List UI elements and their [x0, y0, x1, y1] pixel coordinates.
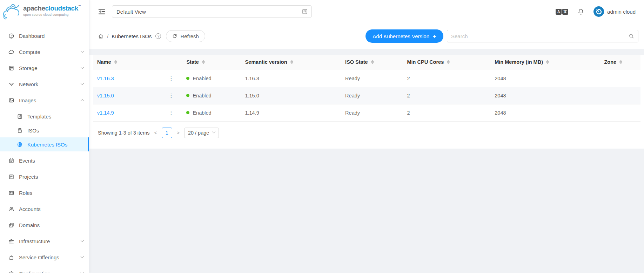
kubernetes-isos-table-card: Name State Semantic version ISO State Mi…: [89, 55, 644, 149]
pagination-next-icon[interactable]: >: [176, 130, 181, 136]
iso-state-value: Ready: [345, 110, 360, 116]
column-header-zone[interactable]: Zone: [600, 55, 640, 70]
sorter-icon: [202, 60, 205, 64]
user-menu[interactable]: admin cloud: [593, 6, 636, 17]
gear-icon: [8, 271, 14, 273]
column-header-min-memory[interactable]: Min Memory (in MB): [490, 55, 600, 70]
view-selector-input[interactable]: [116, 9, 302, 15]
search-input[interactable]: [451, 33, 629, 39]
sidebar-item-projects[interactable]: Projects: [0, 170, 89, 184]
column-header-semantic-version[interactable]: Semantic version: [241, 55, 341, 70]
sidebar-item-label: Templates: [27, 114, 83, 120]
refresh-label: Refresh: [180, 33, 199, 39]
column-header-name[interactable]: Name: [93, 55, 182, 70]
chevron-down-icon: [81, 49, 84, 53]
sidebar-item-network[interactable]: Network: [0, 77, 89, 91]
chevron-up-icon: [81, 99, 84, 102]
sidebar-menu: Dashboard Compute Storage: [0, 23, 89, 273]
cloudstack-logo[interactable]: apachecloudstack™ open source cloud comp…: [0, 0, 89, 23]
page-size-select[interactable]: 20 / page: [184, 128, 219, 138]
project-view-icon[interactable]: [302, 8, 308, 15]
row-name-link[interactable]: v1.16.3: [97, 76, 114, 81]
status-enabled-dot: [186, 111, 189, 114]
translation-icon[interactable]: A 文: [556, 9, 568, 15]
sidebar-item-kubernetes-isos[interactable]: Kubernetes ISOs: [0, 137, 89, 151]
chevron-down-icon: [81, 238, 84, 242]
sidebar-item-events[interactable]: Events: [0, 153, 89, 168]
kubernetes-icon: [17, 142, 23, 148]
logo-tagline: open source cloud computing: [23, 12, 81, 18]
min-memory-value: 2048: [495, 93, 506, 98]
wifi-icon: [8, 81, 14, 87]
row-actions-menu-icon[interactable]: ⋮: [166, 75, 176, 82]
min-cpu-value: 2: [407, 93, 410, 98]
sidebar-item-label: Domains: [19, 222, 83, 228]
sidebar-item-label: Events: [19, 158, 83, 164]
add-kubernetes-version-button[interactable]: Add Kubernetes Version +: [365, 29, 443, 43]
dashboard-icon: [8, 33, 14, 39]
pagination-prev-icon[interactable]: <: [153, 130, 158, 136]
semantic-version-value: 1.14.9: [245, 110, 259, 116]
sidebar-item-label: Configuration: [19, 271, 81, 273]
column-header-min-cpu-cores[interactable]: Min CPU Cores: [403, 55, 491, 70]
status-enabled-dot: [186, 94, 189, 97]
breadcrumb-current: Kubernetes ISOs: [112, 33, 152, 39]
main-area: A 文 admin cloud /: [89, 0, 644, 273]
column-header-state[interactable]: State: [182, 55, 241, 70]
kubernetes-isos-table: Name State Semantic version ISO State Mi…: [93, 55, 640, 122]
sidebar-item-accounts[interactable]: Accounts: [0, 202, 89, 216]
sidebar-item-storage[interactable]: Storage: [0, 61, 89, 75]
sidebar-item-label: Compute: [19, 49, 81, 55]
row-actions-menu-icon[interactable]: ⋮: [166, 93, 176, 99]
sidebar-item-label: Projects: [19, 174, 83, 180]
row-name-link[interactable]: v1.14.9: [97, 110, 114, 116]
help-icon[interactable]: ?: [155, 33, 161, 39]
shopping-icon: [8, 254, 14, 260]
sidebar-item-label: Network: [19, 81, 81, 87]
sidebar-item-infrastructure[interactable]: Infrastructure: [0, 234, 89, 248]
cloudstack-app: apachecloudstack™ open source cloud comp…: [0, 0, 644, 273]
sidebar-item-label: ISOs: [27, 128, 83, 134]
sidebar-item-compute[interactable]: Compute: [0, 45, 89, 59]
search-box: [447, 30, 638, 42]
sidebar-item-images[interactable]: Images: [0, 93, 89, 107]
sidebar-item-label: Kubernetes ISOs: [27, 142, 83, 148]
sidebar-item-dashboard[interactable]: Dashboard: [0, 29, 89, 43]
refresh-button[interactable]: Refresh: [166, 30, 205, 42]
breadcrumb: / Kubernetes ISOs ?: [98, 33, 161, 39]
sorter-icon: [290, 60, 293, 64]
plus-icon: +: [433, 33, 436, 39]
sidebar-item-templates[interactable]: Templates: [0, 109, 89, 123]
domains-icon: [8, 222, 14, 228]
sidebar: apachecloudstack™ open source cloud comp…: [0, 0, 89, 273]
search-icon[interactable]: [629, 33, 634, 39]
home-icon[interactable]: [98, 33, 104, 39]
content-background: [89, 149, 644, 273]
notification-bell-icon[interactable]: [577, 8, 584, 15]
row-actions-menu-icon[interactable]: ⋮: [166, 110, 176, 116]
view-selector[interactable]: [112, 5, 312, 18]
sidebar-item-service-offerings[interactable]: Service Offerings: [0, 250, 89, 264]
sidebar-item-roles[interactable]: Roles: [0, 186, 89, 200]
sidebar-item-label: Dashboard: [19, 33, 83, 39]
reload-icon: [172, 34, 177, 39]
iso-state-value: Ready: [345, 93, 360, 98]
column-header-iso-state[interactable]: ISO State: [341, 55, 403, 70]
database-icon: [8, 65, 14, 71]
pagination-page-1[interactable]: 1: [162, 128, 172, 138]
table-header-row: Name State Semantic version ISO State Mi…: [93, 55, 640, 70]
semantic-version-value: 1.16.3: [245, 76, 259, 81]
row-name-link[interactable]: v1.15.0: [97, 93, 114, 98]
project-icon: [8, 174, 14, 180]
table-row: v1.14.9⋮ Enabled 1.14.9 Ready 2 2048: [93, 104, 640, 121]
menu-fold-icon[interactable]: [98, 8, 106, 15]
chevron-down-icon: [81, 81, 84, 85]
sidebar-item-configuration[interactable]: Configuration: [0, 266, 89, 273]
chevron-down-icon: [81, 254, 84, 258]
user-name: admin cloud: [607, 9, 636, 15]
calendar-icon: [8, 158, 14, 164]
sidebar-item-domains[interactable]: Domains: [0, 218, 89, 232]
breadcrumb-separator: /: [107, 33, 108, 39]
iso-icon: [17, 128, 23, 134]
sidebar-item-isos[interactable]: ISOs: [0, 123, 89, 137]
